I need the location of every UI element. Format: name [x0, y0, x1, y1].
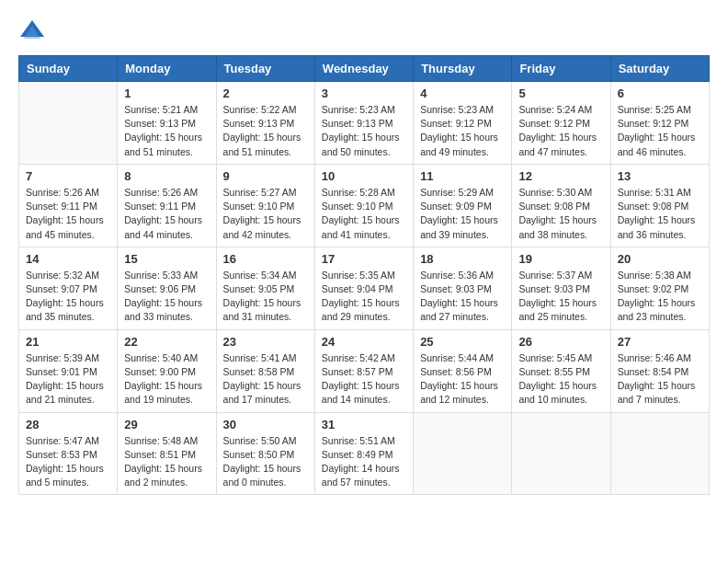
calendar-cell: 17Sunrise: 5:35 AM Sunset: 9:04 PM Dayli…: [314, 247, 413, 329]
calendar-cell: 15Sunrise: 5:33 AM Sunset: 9:06 PM Dayli…: [118, 247, 216, 329]
calendar-cell: 12Sunrise: 5:30 AM Sunset: 9:08 PM Dayli…: [512, 164, 610, 247]
calendar-cell: 7Sunrise: 5:26 AM Sunset: 9:11 PM Daylig…: [19, 164, 118, 247]
day-info: Sunrise: 5:26 AM Sunset: 9:11 PM Dayligh…: [124, 186, 209, 242]
calendar-cell: 24Sunrise: 5:42 AM Sunset: 8:57 PM Dayli…: [314, 329, 413, 412]
day-info: Sunrise: 5:38 AM Sunset: 9:02 PM Dayligh…: [618, 269, 702, 325]
calendar-cell: 19Sunrise: 5:37 AM Sunset: 9:03 PM Dayli…: [512, 247, 610, 329]
calendar-cell: 13Sunrise: 5:31 AM Sunset: 9:08 PM Dayli…: [610, 164, 709, 247]
day-number: 16: [223, 252, 308, 266]
day-number: 19: [518, 252, 603, 266]
day-number: 18: [420, 252, 505, 266]
day-number: 8: [124, 169, 209, 183]
day-info: Sunrise: 5:37 AM Sunset: 9:03 PM Dayligh…: [518, 269, 603, 325]
calendar-cell: [19, 82, 118, 165]
day-info: Sunrise: 5:40 AM Sunset: 9:00 PM Dayligh…: [124, 351, 209, 408]
calendar-cell: 6Sunrise: 5:25 AM Sunset: 9:12 PM Daylig…: [610, 82, 709, 165]
day-number: 9: [223, 169, 308, 183]
day-info: Sunrise: 5:25 AM Sunset: 9:12 PM Dayligh…: [618, 103, 702, 159]
day-number: 29: [124, 418, 209, 431]
page-header: [18, 18, 710, 46]
day-number: 20: [618, 252, 702, 266]
calendar-cell: 16Sunrise: 5:34 AM Sunset: 9:05 PM Dayli…: [216, 247, 314, 329]
day-number: 28: [26, 418, 110, 431]
day-number: 7: [26, 169, 110, 183]
calendar-cell: 3Sunrise: 5:23 AM Sunset: 9:13 PM Daylig…: [314, 82, 413, 165]
day-number: 10: [322, 169, 406, 183]
day-info: Sunrise: 5:24 AM Sunset: 9:12 PM Dayligh…: [518, 103, 603, 159]
logo-icon: [18, 18, 46, 46]
weekday-header-thursday: Thursday: [414, 56, 512, 82]
day-number: 15: [124, 252, 209, 266]
day-info: Sunrise: 5:29 AM Sunset: 9:09 PM Dayligh…: [420, 186, 505, 242]
day-number: 12: [518, 169, 603, 183]
day-number: 23: [223, 335, 308, 349]
weekday-header-friday: Friday: [512, 56, 610, 82]
day-number: 26: [518, 335, 603, 349]
day-number: 1: [124, 86, 209, 100]
week-row-2: 7Sunrise: 5:26 AM Sunset: 9:11 PM Daylig…: [19, 164, 710, 247]
calendar-cell: 11Sunrise: 5:29 AM Sunset: 9:09 PM Dayli…: [414, 164, 512, 247]
day-number: 3: [322, 86, 406, 100]
day-info: Sunrise: 5:35 AM Sunset: 9:04 PM Dayligh…: [322, 269, 406, 325]
day-info: Sunrise: 5:26 AM Sunset: 9:11 PM Dayligh…: [26, 186, 110, 242]
day-number: 25: [420, 335, 505, 349]
weekday-header-saturday: Saturday: [610, 56, 709, 82]
weekday-header-sunday: Sunday: [19, 56, 118, 82]
calendar-cell: 30Sunrise: 5:50 AM Sunset: 8:50 PM Dayli…: [216, 412, 314, 495]
week-row-1: 1Sunrise: 5:21 AM Sunset: 9:13 PM Daylig…: [19, 82, 710, 165]
day-info: Sunrise: 5:46 AM Sunset: 8:54 PM Dayligh…: [618, 351, 702, 408]
day-number: 24: [322, 335, 406, 349]
week-row-4: 21Sunrise: 5:39 AM Sunset: 9:01 PM Dayli…: [19, 329, 710, 412]
day-info: Sunrise: 5:28 AM Sunset: 9:10 PM Dayligh…: [322, 186, 406, 242]
weekday-header-wednesday: Wednesday: [314, 56, 413, 82]
logo: [18, 18, 50, 46]
day-number: 6: [618, 86, 702, 100]
day-number: 30: [223, 418, 308, 431]
calendar-cell: 1Sunrise: 5:21 AM Sunset: 9:13 PM Daylig…: [118, 82, 216, 165]
day-info: Sunrise: 5:48 AM Sunset: 8:51 PM Dayligh…: [124, 434, 209, 490]
calendar-cell: 31Sunrise: 5:51 AM Sunset: 8:49 PM Dayli…: [314, 412, 413, 495]
day-info: Sunrise: 5:34 AM Sunset: 9:05 PM Dayligh…: [223, 269, 308, 325]
day-info: Sunrise: 5:22 AM Sunset: 9:13 PM Dayligh…: [223, 103, 308, 159]
calendar-cell: 2Sunrise: 5:22 AM Sunset: 9:13 PM Daylig…: [216, 82, 314, 165]
weekday-header-tuesday: Tuesday: [216, 56, 314, 82]
day-info: Sunrise: 5:21 AM Sunset: 9:13 PM Dayligh…: [124, 103, 209, 159]
calendar-cell: 9Sunrise: 5:27 AM Sunset: 9:10 PM Daylig…: [216, 164, 314, 247]
day-number: 13: [618, 169, 702, 183]
day-info: Sunrise: 5:39 AM Sunset: 9:01 PM Dayligh…: [26, 351, 110, 408]
week-row-3: 14Sunrise: 5:32 AM Sunset: 9:07 PM Dayli…: [19, 247, 710, 329]
calendar-cell: 4Sunrise: 5:23 AM Sunset: 9:12 PM Daylig…: [414, 82, 512, 165]
day-info: Sunrise: 5:30 AM Sunset: 9:08 PM Dayligh…: [518, 186, 603, 242]
weekday-header-monday: Monday: [118, 56, 216, 82]
calendar-cell: 28Sunrise: 5:47 AM Sunset: 8:53 PM Dayli…: [19, 412, 118, 495]
day-info: Sunrise: 5:50 AM Sunset: 8:50 PM Dayligh…: [223, 434, 308, 490]
calendar-cell: 8Sunrise: 5:26 AM Sunset: 9:11 PM Daylig…: [118, 164, 216, 247]
calendar-cell: 22Sunrise: 5:40 AM Sunset: 9:00 PM Dayli…: [118, 329, 216, 412]
day-number: 27: [618, 335, 702, 349]
day-info: Sunrise: 5:41 AM Sunset: 8:58 PM Dayligh…: [223, 351, 308, 408]
day-info: Sunrise: 5:51 AM Sunset: 8:49 PM Dayligh…: [322, 434, 406, 490]
calendar-cell: 5Sunrise: 5:24 AM Sunset: 9:12 PM Daylig…: [512, 82, 610, 165]
calendar-cell: 14Sunrise: 5:32 AM Sunset: 9:07 PM Dayli…: [19, 247, 118, 329]
calendar-cell: 10Sunrise: 5:28 AM Sunset: 9:10 PM Dayli…: [314, 164, 413, 247]
day-info: Sunrise: 5:45 AM Sunset: 8:55 PM Dayligh…: [518, 351, 603, 408]
day-info: Sunrise: 5:36 AM Sunset: 9:03 PM Dayligh…: [420, 269, 505, 325]
day-number: 11: [420, 169, 505, 183]
day-info: Sunrise: 5:33 AM Sunset: 9:06 PM Dayligh…: [124, 269, 209, 325]
calendar-cell: [610, 412, 709, 495]
day-number: 17: [322, 252, 406, 266]
day-info: Sunrise: 5:47 AM Sunset: 8:53 PM Dayligh…: [26, 434, 110, 490]
day-number: 4: [420, 86, 505, 100]
calendar-cell: 29Sunrise: 5:48 AM Sunset: 8:51 PM Dayli…: [118, 412, 216, 495]
calendar-cell: [512, 412, 610, 495]
day-info: Sunrise: 5:42 AM Sunset: 8:57 PM Dayligh…: [322, 351, 406, 408]
day-info: Sunrise: 5:32 AM Sunset: 9:07 PM Dayligh…: [26, 269, 110, 325]
week-row-5: 28Sunrise: 5:47 AM Sunset: 8:53 PM Dayli…: [19, 412, 710, 495]
day-number: 14: [26, 252, 110, 266]
calendar-cell: 27Sunrise: 5:46 AM Sunset: 8:54 PM Dayli…: [610, 329, 709, 412]
day-info: Sunrise: 5:27 AM Sunset: 9:10 PM Dayligh…: [223, 186, 308, 242]
day-number: 2: [223, 86, 308, 100]
day-number: 21: [26, 335, 110, 349]
calendar-cell: 25Sunrise: 5:44 AM Sunset: 8:56 PM Dayli…: [414, 329, 512, 412]
calendar-cell: 21Sunrise: 5:39 AM Sunset: 9:01 PM Dayli…: [19, 329, 118, 412]
